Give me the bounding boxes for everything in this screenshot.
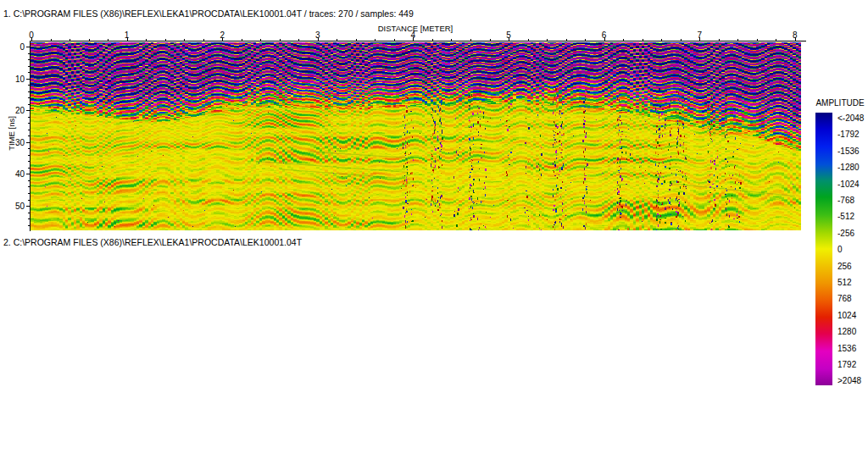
x-minor-tick bbox=[623, 39, 624, 41]
y-minor-tick bbox=[28, 123, 30, 124]
x-minor-tick bbox=[184, 39, 185, 41]
x-minor-tick bbox=[757, 39, 758, 41]
y-major-tick bbox=[26, 206, 30, 207]
y-major-tick bbox=[26, 142, 30, 143]
x-tick-label: 5 bbox=[500, 30, 517, 40]
y-minor-tick bbox=[28, 218, 30, 219]
x-minor-tick bbox=[89, 39, 90, 41]
legend-label: 0 bbox=[837, 245, 843, 254]
y-minor-tick bbox=[28, 193, 30, 194]
x-axis-line bbox=[30, 41, 806, 41]
x-minor-tick bbox=[547, 39, 548, 41]
legend-label: 1024 bbox=[837, 311, 856, 320]
y-minor-tick bbox=[28, 117, 30, 118]
x-minor-tick bbox=[681, 39, 682, 41]
x-minor-tick bbox=[70, 39, 70, 41]
y-minor-tick bbox=[28, 168, 30, 169]
y-tick-label: 10 bbox=[0, 75, 25, 84]
y-minor-tick bbox=[28, 155, 30, 156]
y-major-tick bbox=[26, 79, 30, 80]
profile-2-title: 2. C:\PROGRAM FILES (X86)\REFLEX\LEKA1\P… bbox=[3, 237, 302, 247]
reflex-window: 1. C:\PROGRAM FILES (X86)\REFLEX\LEKA1\P… bbox=[0, 0, 868, 470]
x-minor-tick bbox=[776, 39, 776, 41]
x-minor-tick bbox=[490, 39, 491, 41]
legend-label: 256 bbox=[837, 262, 852, 271]
legend-label: -768 bbox=[837, 196, 854, 205]
x-minor-tick bbox=[146, 39, 147, 41]
y-minor-tick bbox=[28, 186, 30, 187]
x-minor-tick bbox=[203, 39, 204, 41]
y-minor-tick bbox=[28, 66, 30, 67]
legend-label: -1024 bbox=[837, 180, 860, 189]
x-minor-tick bbox=[719, 39, 720, 41]
x-minor-tick bbox=[337, 39, 337, 41]
legend-label: -1792 bbox=[837, 130, 860, 139]
x-minor-tick bbox=[375, 39, 376, 41]
x-minor-tick bbox=[432, 39, 433, 41]
y-minor-tick bbox=[28, 97, 30, 98]
y-major-tick bbox=[26, 174, 30, 174]
x-tick-label: 7 bbox=[691, 30, 708, 40]
x-tick-label: 6 bbox=[596, 30, 613, 40]
y-tick-label: 20 bbox=[0, 106, 25, 115]
x-minor-tick bbox=[451, 39, 452, 41]
x-tick-label: 0 bbox=[23, 30, 40, 40]
y-major-tick bbox=[26, 47, 30, 47]
x-tick-label: 2 bbox=[214, 30, 231, 40]
x-minor-tick bbox=[585, 39, 586, 41]
y-minor-tick bbox=[28, 91, 30, 92]
y-minor-tick bbox=[28, 85, 30, 86]
x-minor-tick bbox=[165, 39, 166, 41]
amplitude-colorbar bbox=[815, 113, 832, 385]
x-minor-tick bbox=[280, 39, 281, 41]
x-minor-tick bbox=[661, 39, 662, 41]
x-minor-tick bbox=[528, 39, 529, 41]
x-minor-tick bbox=[470, 39, 471, 41]
y-major-tick bbox=[26, 110, 30, 111]
radargram-image[interactable] bbox=[31, 42, 801, 230]
y-minor-tick bbox=[28, 135, 30, 136]
y-minor-tick bbox=[28, 200, 30, 201]
y-tick-label: 0 bbox=[0, 42, 25, 52]
x-tick-label: 8 bbox=[787, 30, 804, 40]
x-minor-tick bbox=[643, 39, 643, 41]
x-minor-tick bbox=[298, 39, 299, 41]
x-minor-tick bbox=[566, 39, 567, 41]
legend-label: -1280 bbox=[837, 163, 860, 172]
y-minor-tick bbox=[28, 180, 30, 181]
legend-label: -512 bbox=[837, 212, 854, 221]
legend-label: -256 bbox=[837, 229, 854, 238]
x-tick-label: 4 bbox=[404, 30, 421, 40]
x-minor-tick bbox=[51, 39, 52, 41]
y-tick-label: 40 bbox=[0, 169, 25, 179]
legend-label: >2048 bbox=[837, 376, 861, 385]
y-minor-tick bbox=[28, 53, 30, 54]
legend-label: 1536 bbox=[837, 344, 856, 353]
x-minor-tick bbox=[260, 39, 261, 41]
x-minor-tick bbox=[394, 39, 395, 41]
x-minor-tick bbox=[108, 39, 108, 41]
y-minor-tick bbox=[28, 104, 30, 105]
y-minor-tick bbox=[28, 148, 30, 149]
y-minor-tick bbox=[28, 59, 30, 60]
y-tick-label: 30 bbox=[0, 138, 25, 147]
x-minor-tick bbox=[737, 39, 738, 41]
legend-label: 1792 bbox=[837, 360, 856, 369]
y-minor-tick bbox=[28, 225, 30, 226]
x-tick-label: 3 bbox=[309, 30, 326, 40]
legend-label: 512 bbox=[837, 278, 852, 287]
x-minor-tick bbox=[242, 39, 242, 41]
y-tick-label: 50 bbox=[0, 202, 25, 211]
legend-title: AMPLITUDE bbox=[815, 98, 865, 108]
legend-label: 1280 bbox=[837, 327, 856, 336]
y-minor-tick bbox=[28, 72, 30, 73]
y-minor-tick bbox=[28, 213, 30, 213]
x-minor-tick bbox=[356, 39, 357, 41]
y-minor-tick bbox=[28, 130, 30, 130]
y-minor-tick bbox=[28, 161, 30, 162]
profile-1-title: 1. C:\PROGRAM FILES (X86)\REFLEX\LEKA1\P… bbox=[3, 8, 414, 19]
x-tick-label: 1 bbox=[119, 30, 136, 40]
legend-label: <-2048 bbox=[837, 113, 864, 123]
legend-label: 768 bbox=[837, 294, 852, 303]
legend-label: -1536 bbox=[837, 147, 860, 156]
